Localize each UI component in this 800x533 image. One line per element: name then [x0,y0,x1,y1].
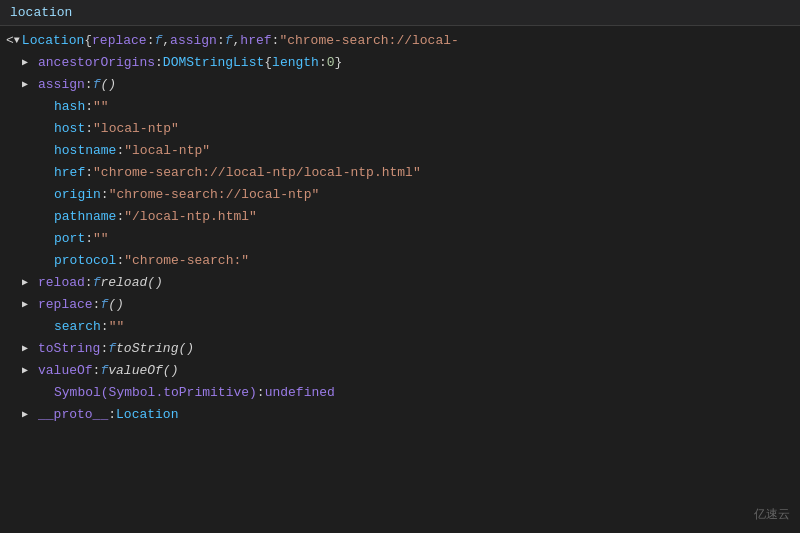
expand-arrow-icon[interactable]: ▶ [22,295,34,315]
console-line: ▶replace: f () [0,294,800,316]
token-key-blue: length [272,53,319,73]
token-undefined-val: undefined [265,383,335,403]
token-punctuation: : [217,31,225,51]
console-line: hostname: "local-ntp" [0,140,800,162]
console-line: < ▼ Location {replace: f, assign: f, hre… [0,30,800,52]
console-line: origin: "chrome-search://local-ntp" [0,184,800,206]
token-key-blue: host [54,119,85,139]
token-punctuation: : [108,405,116,425]
console-line: ▶valueOf: f valueOf() [0,360,800,382]
token-type-name: DOMStringList [163,53,264,73]
header-bar: location [0,0,800,26]
token-key-blue: hash [54,97,85,117]
token-value-string: "chrome-search://local-ntp/local-ntp.htm… [93,163,421,183]
expand-arrow-icon[interactable]: ▶ [22,339,34,359]
token-key-blue: protocol [54,251,116,271]
console-line: port: "" [0,228,800,250]
token-func-keyword: f [93,273,101,293]
token-func-keyword: f [108,339,116,359]
token-value-string: "/local-ntp.html" [124,207,257,227]
token-func-keyword: f [93,75,101,95]
console-line: ▶assign: f () [0,74,800,96]
token-key-purple: assign [170,31,217,51]
token-punctuation: } [335,53,343,73]
token-key-purple: toString [38,339,100,359]
token-key-purple: href [240,31,271,51]
token-key-purple: __proto__ [38,405,108,425]
token-value-string: "local-ntp" [124,141,210,161]
expand-arrow-icon[interactable]: ▶ [22,273,34,293]
token-key-blue: search [54,317,101,337]
token-type-name: Location [116,405,178,425]
console-line: ▶ancestorOrigins: DOMStringList {length:… [0,52,800,74]
token-key-blue: hostname [54,141,116,161]
token-punctuation: : [116,141,124,161]
expand-arrow-icon[interactable]: ▼ [14,31,20,51]
token-value-string: "chrome-search://local- [279,31,458,51]
console-line: hash: "" [0,96,800,118]
token-key-blue: href [54,163,85,183]
expand-arrow-icon[interactable]: ▶ [22,75,34,95]
token-value-string: "" [93,97,109,117]
token-punctuation: : [93,361,101,381]
watermark: 亿速云 [754,506,790,523]
token-punctuation: : [85,97,93,117]
token-punctuation: : [272,31,280,51]
console-line: search: "" [0,316,800,338]
token-punctuation: : [319,53,327,73]
token-key-blue: port [54,229,85,249]
token-punctuation: : [85,75,93,95]
token-punctuation: : [116,207,124,227]
token-key-purple: replace [38,295,93,315]
token-punctuation: < [6,31,14,51]
token-punctuation: : [116,251,124,271]
token-sym-key: Symbol(Symbol.toPrimitive) [54,383,257,403]
token-punctuation: : [101,185,109,205]
token-punctuation: : [155,53,163,73]
token-punctuation: : [85,163,93,183]
header-title: location [10,5,72,20]
token-punctuation: , [233,31,241,51]
token-func-name: () [100,75,116,95]
expand-arrow-icon[interactable]: ▶ [22,53,34,73]
console-line: ▶__proto__: Location [0,404,800,426]
token-func-name: valueOf() [108,361,178,381]
token-value-string: "chrome-search:" [124,251,249,271]
token-func-keyword: f [154,31,162,51]
token-func-name: () [108,295,124,315]
token-key-purple: reload [38,273,85,293]
console-line: ▶reload: f reload() [0,272,800,294]
token-punctuation: : [93,295,101,315]
token-punctuation: : [85,273,93,293]
token-punctuation: { [84,31,92,51]
token-key-purple: valueOf [38,361,93,381]
console-line: pathname: "/local-ntp.html" [0,206,800,228]
token-type-name: Location [22,31,84,51]
token-key-purple: replace [92,31,147,51]
console-line: ▶toString: f toString() [0,338,800,360]
console-line: Symbol(Symbol.toPrimitive): undefined [0,382,800,404]
token-punctuation: : [100,339,108,359]
token-punctuation: : [85,119,93,139]
token-key-purple: ancestorOrigins [38,53,155,73]
token-func-keyword: f [100,361,108,381]
expand-arrow-icon[interactable]: ▶ [22,405,34,425]
token-punctuation: , [162,31,170,51]
token-func-keyword: f [100,295,108,315]
console-content: < ▼ Location {replace: f, assign: f, hre… [0,26,800,430]
token-key-purple: assign [38,75,85,95]
console-line: host: "local-ntp" [0,118,800,140]
token-value-number: 0 [327,53,335,73]
token-func-name: toString() [116,339,194,359]
token-punctuation: : [101,317,109,337]
token-punctuation: { [264,53,272,73]
token-value-string: "local-ntp" [93,119,179,139]
token-func-keyword: f [225,31,233,51]
expand-arrow-icon[interactable]: ▶ [22,361,34,381]
token-func-name: reload() [100,273,162,293]
console-line: href: "chrome-search://local-ntp/local-n… [0,162,800,184]
token-value-string: "" [109,317,125,337]
token-punctuation: : [147,31,155,51]
token-punctuation: : [85,229,93,249]
token-value-string: "chrome-search://local-ntp" [109,185,320,205]
